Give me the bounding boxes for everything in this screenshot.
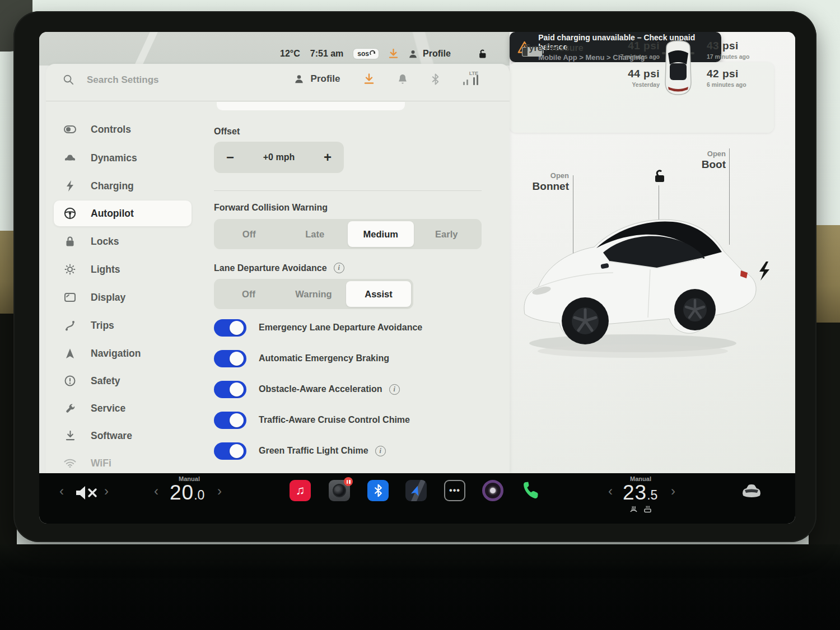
info-icon[interactable]: i	[334, 263, 344, 273]
passenger-temp-down-chevron[interactable]: ‹	[608, 483, 613, 499]
vehicle-rendering[interactable]	[518, 199, 778, 362]
music-app-icon[interactable]: ♫	[290, 480, 311, 501]
sidebar-item-wifi[interactable]: WiFi	[54, 450, 192, 476]
tyre-rear-left-ago: Yesterday	[632, 81, 660, 88]
software-update-icon[interactable]	[364, 73, 374, 85]
driver-temp-up-chevron[interactable]: ›	[217, 483, 222, 499]
sidebar-item-display[interactable]: Display	[54, 284, 192, 310]
alert-circle-icon	[64, 375, 76, 386]
lda-option-assist[interactable]: Assist	[346, 281, 411, 307]
section-divider	[214, 190, 482, 191]
cabin-camera-icon[interactable]	[482, 480, 503, 501]
bolt-icon	[64, 180, 76, 192]
tyre-rear-left-psi: 44 psi	[628, 68, 660, 80]
toggle-switch[interactable]	[214, 350, 246, 367]
bluetooth-icon[interactable]	[431, 73, 440, 85]
fcw-option-late[interactable]: Late	[282, 221, 348, 247]
sidebar-item-controls[interactable]: Controls	[54, 116, 192, 142]
lda-option-warning[interactable]: Warning	[281, 281, 346, 307]
software-update-icon[interactable]	[389, 49, 398, 59]
sidebar-label: Safety	[91, 375, 120, 387]
driver-temp-value[interactable]: 20 .0	[170, 481, 204, 505]
vehicle-controls-icon[interactable]	[740, 483, 763, 499]
offset-decrease-button[interactable]: −	[226, 151, 234, 164]
offset-increase-button[interactable]: +	[324, 151, 332, 164]
passenger-temp-value[interactable]: 23 .5	[623, 481, 657, 505]
more-apps-icon[interactable]: •••	[444, 480, 465, 501]
volume-up-chevron[interactable]: ›	[104, 483, 109, 499]
steering-wheel-icon	[64, 207, 76, 220]
car-status-panel: 75 mi Open Bonnet Open Boot	[510, 32, 795, 473]
sidebar-item-locks[interactable]: Locks	[54, 228, 192, 254]
sidebar-item-dynamics[interactable]: Dynamics	[54, 145, 192, 171]
volume-down-chevron[interactable]: ‹	[59, 483, 64, 499]
driver-temp-down-chevron[interactable]: ‹	[154, 483, 158, 499]
profile-menu-button[interactable]: Profile	[294, 73, 340, 85]
tyre-pressure-card[interactable]: Tyre Pressure 41 psi 7 minutes ago 44 ps…	[510, 62, 774, 133]
sidebar-label: Controls	[91, 124, 131, 136]
open-boot-line1: Open	[682, 150, 726, 158]
lens-dot	[490, 488, 496, 493]
toggle-switch[interactable]	[214, 412, 246, 429]
volume-muted-icon[interactable]	[74, 484, 101, 501]
lte-signal: LTE	[463, 73, 479, 85]
clock: 7:51 am	[310, 49, 344, 59]
wifi-icon	[64, 459, 76, 468]
sidebar-item-autopilot[interactable]: Autopilot	[54, 200, 192, 226]
lda-option-off[interactable]: Off	[216, 281, 281, 307]
driver-profile-button[interactable]: Profile	[408, 49, 451, 59]
lock-icon	[64, 236, 76, 247]
sidebar-item-trips[interactable]: Trips	[54, 312, 192, 338]
open-boot-line2: Boot	[682, 158, 726, 171]
fcw-option-medium[interactable]: Medium	[348, 221, 414, 247]
open-boot-button[interactable]: Open Boot	[682, 150, 726, 171]
dashcam-app-icon[interactable]	[329, 480, 350, 501]
unlocked-icon[interactable]	[477, 49, 487, 59]
music-note-glyph: ♫	[296, 483, 305, 498]
sidebar-item-navigation[interactable]: Navigation	[54, 340, 192, 366]
toggle-switch[interactable]	[214, 381, 246, 398]
open-bonnet-button[interactable]: Open Bonnet	[525, 171, 569, 193]
tyre-front-left-ago: 7 minutes ago	[620, 53, 660, 60]
sos-badge[interactable]: sos	[353, 49, 379, 59]
sidebar-label: Service	[91, 403, 125, 414]
sidebar-label: Lights	[91, 264, 120, 276]
car-unlocked-icon[interactable]	[651, 168, 668, 185]
notifications-bell-icon[interactable]	[398, 73, 408, 85]
lte-label: LTE	[469, 71, 478, 76]
toggle-label: Green Traffic Light Chime	[259, 446, 368, 456]
fcw-option-off[interactable]: Off	[216, 221, 282, 247]
tyre-rear-right-ago: 6 minutes ago	[707, 81, 746, 88]
toggle-row-green-traffic-light-chime: Green Traffic Light Chime i	[214, 441, 386, 460]
tyre-front-left-psi: 41 psi	[628, 40, 660, 52]
bluetooth-app-icon[interactable]	[367, 480, 389, 501]
passenger-temp-up-chevron[interactable]: ›	[671, 483, 675, 499]
sidebar-item-charging[interactable]: Charging	[54, 173, 192, 199]
sidebar-item-software[interactable]: Software	[54, 423, 192, 449]
toggle-switch[interactable]	[214, 319, 246, 337]
open-bonnet-line2: Bonnet	[525, 180, 569, 193]
sidebar-label: Locks	[91, 236, 119, 248]
open-bonnet-line1: Open	[525, 171, 569, 180]
toggle-switch[interactable]	[214, 442, 246, 460]
outside-temperature[interactable]: 12°C	[280, 49, 300, 59]
recording-paused-badge	[344, 477, 353, 486]
phone-app-icon[interactable]	[520, 480, 541, 501]
toggle-row-automatic-emergency-braking: Automatic Emergency Braking	[214, 349, 389, 368]
sidebar-item-service[interactable]: Service	[54, 395, 192, 421]
sidebar-label: Software	[91, 430, 132, 442]
person-icon	[408, 49, 418, 59]
sidebar-label: Navigation	[91, 348, 141, 360]
fcw-option-early[interactable]: Early	[414, 221, 480, 247]
sidebar-item-lights[interactable]: Lights	[54, 256, 192, 282]
sidebar-item-safety[interactable]: Safety	[54, 368, 192, 394]
toggle-label: Automatic Emergency Braking	[259, 353, 389, 363]
wrench-icon	[64, 403, 76, 414]
offset-value: +0 mph	[263, 152, 295, 162]
navigation-app-icon[interactable]	[405, 480, 427, 501]
info-icon[interactable]: i	[375, 446, 386, 456]
search-settings-field[interactable]: Search Settings	[63, 74, 159, 86]
forward-collision-warning-segmented: Off Late Medium Early	[214, 219, 482, 249]
sidebar-label: Display	[91, 292, 125, 304]
info-icon[interactable]: i	[389, 384, 400, 395]
